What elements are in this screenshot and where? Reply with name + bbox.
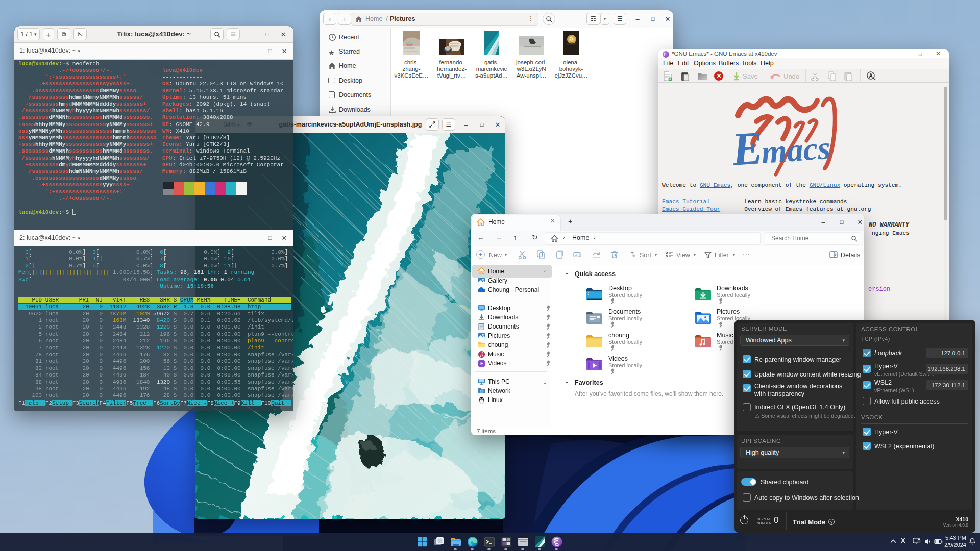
svg-text:A: A bbox=[869, 73, 873, 79]
svg-text:A: A bbox=[575, 253, 578, 257]
